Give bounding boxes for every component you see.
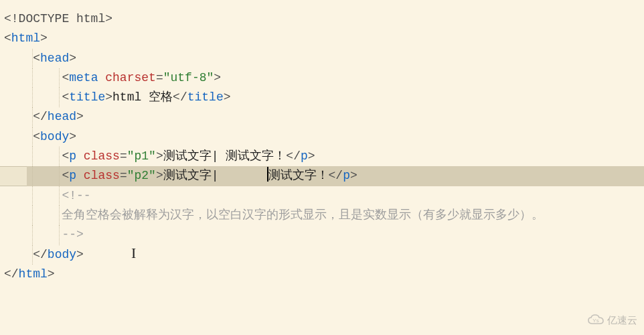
- indent-guide: [32, 245, 33, 265]
- equals-token: =: [120, 149, 127, 163]
- code-line[interactable]: <!DOCTYPE html>: [0, 9, 644, 29]
- tag-token: p: [69, 169, 76, 182]
- bracket-token: <: [62, 90, 69, 104]
- cloud-icon: Ys: [587, 314, 605, 326]
- bracket-token: </: [286, 149, 301, 163]
- code-line[interactable]: <meta charset="utf-8">: [0, 68, 644, 88]
- text-token: 测试文字！: [268, 169, 329, 182]
- code-line[interactable]: </body>: [0, 245, 644, 265]
- svg-text:Ys: Ys: [592, 318, 598, 324]
- tag-token: head: [48, 110, 76, 123]
- code-line-active[interactable]: <p class="p2">测试文字| 测试文字！</p>: [0, 166, 644, 186]
- bracket-token: >: [105, 90, 112, 104]
- tag-token: meta: [69, 71, 98, 84]
- string-token: "p2": [127, 169, 156, 182]
- bracket-token: >: [48, 267, 55, 281]
- bracket-token: <: [62, 71, 69, 84]
- indent: [4, 110, 33, 123]
- equals-token: =: [120, 169, 127, 182]
- tag-token: title: [69, 90, 105, 104]
- bracket-token: >: [76, 110, 84, 123]
- tag-token: body: [48, 248, 76, 261]
- code-line[interactable]: -->: [0, 225, 644, 245]
- code-line[interactable]: <!--: [0, 186, 644, 206]
- bracket-token: >: [40, 31, 48, 45]
- bracket-token: >: [350, 169, 357, 182]
- text-token: 测试文字|: [163, 169, 267, 182]
- code-line[interactable]: 全角空格会被解释为汉字，以空白汉字的形式显示，且是实数显示（有多少就显示多少）。: [0, 206, 644, 225]
- code-line[interactable]: </html>: [0, 265, 644, 284]
- attr-token: class: [84, 169, 120, 182]
- indent-guide: [59, 166, 60, 186]
- bracket-token: </: [33, 248, 48, 261]
- indent-guide: [59, 88, 60, 107]
- indent-guide: [32, 147, 33, 166]
- equals-token: =: [156, 71, 163, 84]
- string-token: "utf-8": [163, 71, 214, 84]
- code-line[interactable]: <html>: [0, 29, 644, 48]
- indent: [4, 248, 33, 261]
- tag-token: html: [11, 31, 40, 45]
- indent-guide: [32, 107, 33, 127]
- space-token: [76, 149, 84, 163]
- indent-guide: [32, 127, 33, 147]
- indent: [4, 208, 62, 222]
- tag-token: title: [187, 90, 224, 104]
- string-token: "p1": [127, 149, 156, 163]
- mouse-cursor-ibeam-icon: I: [131, 243, 136, 263]
- bracket-token: >: [69, 130, 76, 143]
- tag-token: p: [69, 149, 76, 163]
- indent: [4, 189, 62, 202]
- watermark-text: 亿速云: [607, 310, 637, 330]
- indent-guide: [59, 225, 60, 245]
- bracket-token: >: [69, 52, 76, 65]
- watermark: Ys 亿速云: [587, 310, 637, 330]
- indent: [4, 52, 33, 65]
- bracket-token: </: [329, 169, 343, 182]
- indent-guide: [59, 68, 60, 88]
- bracket-token: </: [33, 110, 48, 123]
- tag-token: head: [40, 52, 69, 65]
- code-line[interactable]: <body>: [0, 127, 644, 147]
- code-line[interactable]: <head>: [0, 49, 644, 68]
- text-token: 测试文字| 测试文字！: [163, 149, 287, 163]
- indent-guide: [59, 147, 60, 166]
- attr-token: charset: [105, 71, 156, 84]
- comment-token: <!--: [62, 189, 90, 202]
- indent-guide: [59, 186, 60, 206]
- space-token: [76, 169, 84, 182]
- bracket-token: </: [173, 90, 187, 104]
- indent-guide: [32, 88, 33, 107]
- tag-token: p: [301, 149, 308, 163]
- bracket-token: </: [4, 267, 19, 281]
- indent-guide: [59, 206, 60, 225]
- tag-token: p: [343, 169, 350, 182]
- bracket-token: >: [214, 71, 221, 84]
- comment-token: 全角空格会被解释为汉字，以空白汉字的形式显示，且是实数显示（有多少就显示多少）。: [62, 208, 544, 222]
- bracket-token: <: [4, 31, 11, 45]
- code-line[interactable]: </head>: [0, 107, 644, 127]
- indent-guide: [32, 225, 33, 245]
- bracket-token: <: [33, 52, 40, 65]
- indent-guide: [32, 186, 33, 206]
- gutter-highlight: [0, 166, 27, 186]
- indent-guide: [32, 68, 33, 88]
- code-line[interactable]: <p class="p1">测试文字| 测试文字！</p>: [0, 147, 644, 166]
- bracket-token: <: [62, 149, 69, 163]
- bracket-token: >: [156, 169, 163, 182]
- bracket-token: >: [224, 90, 231, 104]
- code-line[interactable]: <title>html 空格</title>: [0, 88, 644, 107]
- code-editor[interactable]: <!DOCTYPE html> <html> <head> <meta char…: [0, 0, 644, 284]
- tag-token: body: [40, 130, 69, 143]
- indent: [4, 90, 62, 104]
- indent-guide: [32, 166, 33, 186]
- doctype-token: <!DOCTYPE html>: [4, 12, 112, 25]
- indent: [4, 228, 62, 241]
- indent: [4, 71, 62, 84]
- bracket-token: <: [62, 169, 69, 182]
- bracket-token: >: [156, 149, 163, 163]
- indent-guide: [32, 49, 33, 68]
- text-token: html 空格: [112, 90, 173, 104]
- bracket-token: >: [308, 149, 315, 163]
- tag-token: html: [19, 267, 48, 281]
